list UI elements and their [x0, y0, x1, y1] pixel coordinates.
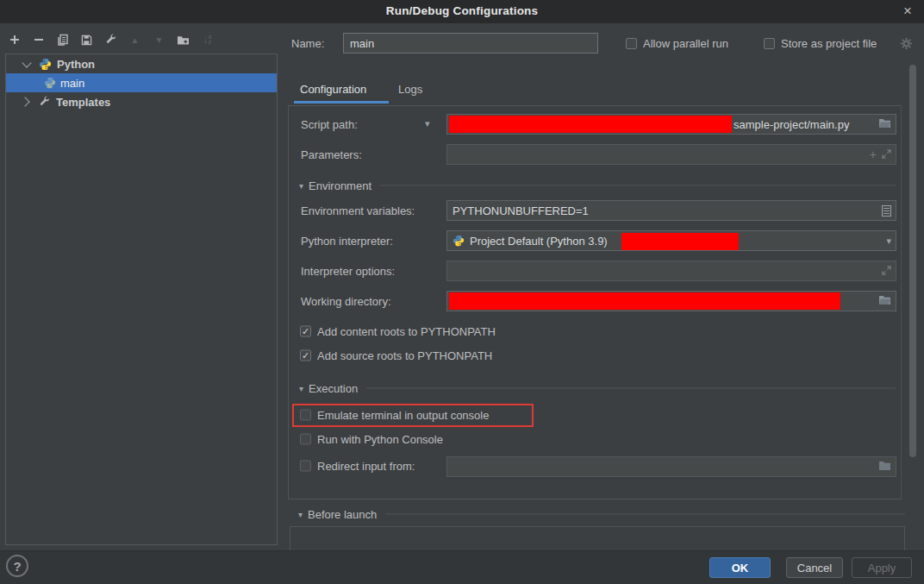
redirect-input-field[interactable] [446, 456, 896, 477]
script-path-field[interactable]: sample-project/main.py [446, 114, 896, 135]
tree-item-label: main [60, 77, 84, 90]
plus-icon [9, 35, 20, 45]
plus-icon[interactable]: + [870, 148, 877, 161]
redirect-input-checkbox[interactable]: Redirect input from: [300, 460, 415, 473]
checkbox-icon [300, 410, 311, 421]
environment-variables-value: PYTHONUNBUFFERED=1 [453, 204, 589, 217]
folder-icon[interactable] [878, 461, 891, 474]
edit-list-icon[interactable] [882, 205, 891, 217]
before-launch-task-list[interactable] [290, 526, 905, 550]
add-source-roots-label: Add source roots to PYTHONPATH [317, 349, 492, 362]
add-content-roots-checkbox[interactable]: ✓ Add content roots to PYTHONPATH [300, 325, 496, 338]
python-logo-icon [453, 235, 465, 248]
remove-configuration-button[interactable] [31, 33, 46, 47]
emulate-terminal-checkbox[interactable]: Emulate terminal in output console [300, 409, 489, 422]
sort-z-glyph: z [208, 40, 211, 45]
run-with-python-console-checkbox[interactable]: Run with Python Console [300, 433, 443, 446]
working-directory-field[interactable] [446, 291, 896, 311]
redaction-bar [449, 116, 732, 133]
edit-templates-button[interactable] [103, 33, 118, 47]
close-icon[interactable]: × [898, 2, 917, 21]
checkbox-checked-icon: ✓ [300, 326, 311, 337]
copy-configuration-button[interactable] [55, 33, 70, 47]
expand-icon[interactable] [882, 265, 891, 278]
add-source-roots-checkbox[interactable]: ✓ Add source roots to PYTHONPATH [300, 349, 492, 362]
script-path-dropdown-icon[interactable]: ▾ [425, 118, 430, 129]
ok-button[interactable]: OK [709, 557, 771, 578]
python-interpreter-select[interactable]: Project Default (Python 3.9) ▾ [446, 230, 896, 251]
apply-button[interactable]: Apply [852, 557, 912, 578]
execution-section-label: Execution [309, 382, 358, 395]
move-down-button[interactable]: ▼ [152, 33, 166, 47]
python-interpreter-value: Project Default (Python 3.9) [470, 235, 608, 248]
add-content-roots-label: Add content roots to PYTHONPATH [317, 325, 496, 338]
script-path-label: Script path: [301, 118, 358, 131]
section-collapse-icon: ▾ [298, 510, 303, 519]
checkbox-icon [764, 38, 775, 49]
copy-icon [57, 34, 69, 46]
help-button[interactable]: ? [6, 555, 28, 577]
cancel-button[interactable]: Cancel [786, 557, 843, 578]
section-divider [380, 185, 896, 186]
folder-icon[interactable] [878, 295, 891, 308]
name-label: Name: [291, 37, 324, 50]
tree-item-label: Python [57, 58, 95, 71]
allow-parallel-run-checkbox[interactable]: Allow parallel run [626, 37, 728, 50]
move-up-button[interactable]: ▲ [128, 33, 142, 47]
allow-parallel-run-label: Allow parallel run [643, 37, 728, 50]
redirect-input-label: Redirect input from: [317, 460, 415, 473]
tree-item-python[interactable]: Python [6, 54, 277, 73]
triangle-down-icon: ▼ [155, 35, 164, 45]
section-collapse-icon: ▾ [299, 181, 303, 191]
execution-section-header[interactable]: ▾ Execution [299, 382, 896, 395]
save-icon [81, 35, 92, 46]
triangle-up-icon: ▲ [131, 35, 140, 45]
dialog-titlebar: Run/Debug Configurations × [0, 0, 924, 23]
interpreter-options-field[interactable] [446, 261, 896, 281]
working-directory-label: Working directory: [301, 295, 391, 308]
minus-icon [34, 35, 44, 45]
python-logo-icon [44, 77, 57, 90]
dialog-footer: ? OK Cancel Apply [0, 550, 924, 584]
tab-configuration[interactable]: Configuration [300, 83, 366, 102]
tree-item-main[interactable]: main [6, 73, 277, 92]
expand-icon[interactable] [882, 148, 891, 161]
section-divider [385, 514, 905, 515]
store-as-project-file-checkbox[interactable]: Store as project file [764, 37, 877, 50]
dialog-title: Run/Debug Configurations [0, 4, 924, 17]
active-tab-underline [294, 101, 389, 104]
emulate-terminal-label: Emulate terminal in output console [317, 409, 489, 422]
parameters-field[interactable]: + [446, 144, 896, 165]
python-logo-icon [39, 58, 52, 71]
folder-plus-icon [177, 35, 190, 46]
section-collapse-icon: ▾ [299, 384, 303, 393]
script-path-value: sample-project/main.py [734, 118, 849, 131]
environment-variables-label: Environment variables: [301, 204, 415, 217]
tree-item-templates[interactable]: Templates [6, 92, 277, 111]
redaction-bar [621, 233, 739, 250]
run-with-python-console-label: Run with Python Console [317, 433, 443, 446]
configuration-form: Script path: ▾ sample-project/main.py Pa… [288, 105, 902, 499]
sort-configurations-button[interactable]: ↓ az [200, 33, 215, 47]
vertical-scrollbar[interactable] [909, 65, 916, 457]
parameters-label: Parameters: [301, 148, 362, 161]
tab-logs[interactable]: Logs [398, 83, 422, 102]
dropdown-icon[interactable]: ▾ [886, 235, 891, 247]
name-input[interactable] [343, 33, 598, 53]
before-launch-section-label: Before launch [308, 508, 377, 521]
before-launch-section-header[interactable]: ▾ Before launch [298, 508, 905, 521]
checkbox-icon [626, 38, 637, 49]
add-configuration-button[interactable] [7, 33, 22, 47]
environment-section-label: Environment [309, 179, 371, 192]
new-folder-button[interactable] [176, 33, 190, 47]
folder-icon[interactable] [878, 118, 891, 131]
interpreter-options-label: Interpreter options: [301, 265, 395, 278]
checkbox-checked-icon: ✓ [300, 350, 311, 361]
environment-variables-field[interactable]: PYTHONUNBUFFERED=1 [446, 200, 896, 221]
environment-section-header[interactable]: ▾ Environment [299, 179, 896, 192]
wrench-icon [105, 34, 117, 46]
configurations-toolbar: ▲ ▼ ↓ az [7, 29, 215, 50]
save-configuration-button[interactable] [79, 33, 94, 47]
checkbox-icon [300, 461, 311, 472]
gear-icon[interactable] [900, 37, 913, 50]
